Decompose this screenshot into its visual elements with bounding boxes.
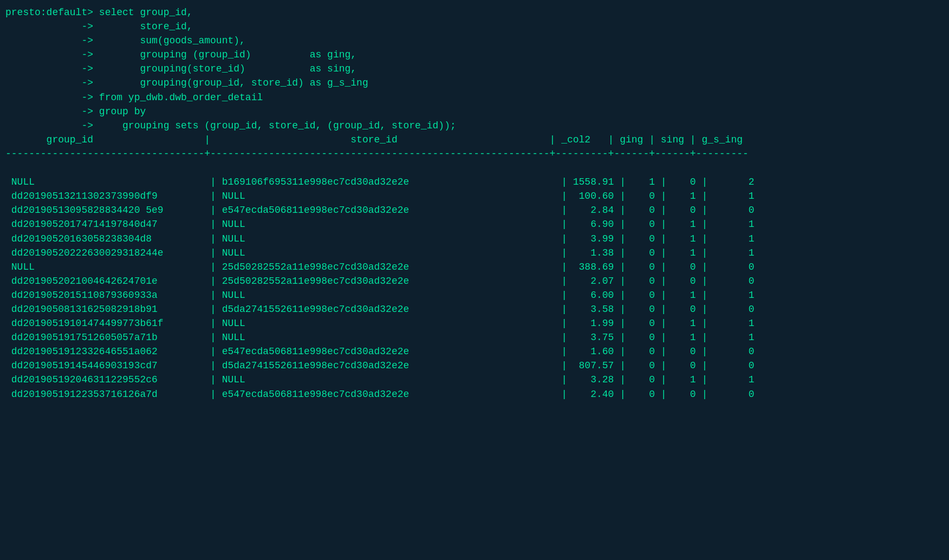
table-row: dd2019052021004642624701e | 25d50282552a… [0, 274, 949, 288]
prompt-line-2: -> store_id, [0, 19, 949, 34]
table-row: dd20190513211302373990df9 | NULL | 100.6… [0, 189, 949, 203]
table-row: dd20190513095828834420 5e9 | e547ecda506… [0, 203, 949, 217]
table-row: dd20190520174714197840d47 | NULL | 6.90 … [0, 217, 949, 231]
terminal: presto:default> select group_id, -> stor… [0, 0, 949, 407]
prompt-line-4: -> grouping (group_id) as ging, [0, 48, 949, 62]
table-row: dd20190519101474499773b61f | NULL | 1.99… [0, 316, 949, 330]
table-row: dd2019052015110879360933a | NULL | 6.00 … [0, 288, 949, 302]
prompt-line-5: -> grouping(store_id) as sing, [0, 62, 949, 76]
table-row: dd20190520163058238304d8 | NULL | 3.99 |… [0, 232, 949, 246]
table-row: dd20190519122353716126a7d | e547ecda5068… [0, 387, 949, 401]
prompt-line-7: -> from yp_dwb.dwb_order_detail [0, 90, 949, 105]
table-row: dd201905192046311229552c6 | NULL | 3.28 … [0, 373, 949, 387]
table-row: NULL | 25d50282552a11e998ec7cd30ad32e2e … [0, 260, 949, 274]
prompt-line-8: -> group by [0, 105, 949, 119]
prompt-line-9: -> grouping sets (group_id, store_id, (g… [0, 119, 949, 133]
prompt-line-3: -> sum(goods_amount), [0, 34, 949, 48]
table-row: dd2019051917512605057a71b | NULL | 3.75 … [0, 330, 949, 344]
prompt-line-6: -> grouping(group_id, store_id) as g_s_i… [0, 76, 949, 90]
table-row: dd2019051912332646551a062 | e547ecda5068… [0, 344, 949, 359]
prompt-line-1: presto:default> select group_id, [0, 5, 949, 19]
table-separator: ----------------------------------+-----… [0, 147, 949, 161]
table-row: dd20190508131625082918b91 | d5da27415526… [0, 302, 949, 316]
table-header: group_id | store_id | _col2 | ging | sin… [0, 133, 949, 147]
table-row: dd20190520222630029318244e | NULL | 1.38… [0, 246, 949, 260]
table-row: dd20190519145446903193cd7 | d5da27415526… [0, 359, 949, 373]
table-row: NULL | b169106f695311e998ec7cd30ad32e2e … [0, 175, 949, 189]
